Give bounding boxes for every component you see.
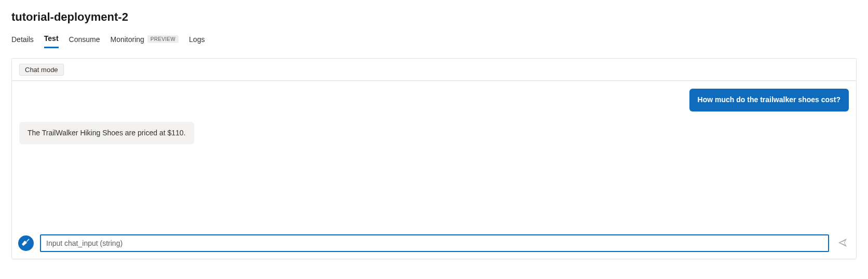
chat-area: How much do the trailwalker shoes cost? … bbox=[12, 80, 856, 228]
chat-message-row: The TrailWalker Hiking Shoes are priced … bbox=[19, 122, 849, 145]
tab-consume[interactable]: Consume bbox=[69, 35, 100, 48]
tab-label: Test bbox=[44, 34, 59, 43]
clear-chat-button[interactable] bbox=[18, 235, 34, 251]
page-title: tutorial-deployment-2 bbox=[11, 10, 857, 24]
preview-badge: PREVIEW bbox=[147, 35, 179, 43]
tab-monitoring[interactable]: Monitoring PREVIEW bbox=[110, 35, 179, 48]
tab-logs[interactable]: Logs bbox=[189, 35, 205, 48]
chat-message-row: How much do the trailwalker shoes cost? bbox=[19, 89, 849, 111]
chat-input-bar bbox=[18, 233, 850, 254]
tabs-bar: Details Test Consume Monitoring PREVIEW … bbox=[11, 34, 857, 49]
tab-label: Details bbox=[11, 35, 34, 44]
chat-message-user: How much do the trailwalker shoes cost? bbox=[689, 89, 849, 111]
test-panel: Chat mode How much do the trailwalker sh… bbox=[11, 58, 857, 259]
chat-input[interactable] bbox=[40, 234, 829, 252]
tab-label: Monitoring bbox=[110, 35, 144, 44]
chat-mode-toggle[interactable]: Chat mode bbox=[19, 64, 64, 76]
send-icon bbox=[838, 238, 847, 249]
send-button[interactable] bbox=[835, 236, 850, 250]
tab-label: Logs bbox=[189, 35, 205, 44]
tab-details[interactable]: Details bbox=[11, 35, 34, 48]
tab-label: Consume bbox=[69, 35, 100, 44]
broom-icon bbox=[22, 239, 30, 248]
chat-message-bot: The TrailWalker Hiking Shoes are priced … bbox=[19, 122, 194, 145]
tab-test[interactable]: Test bbox=[44, 34, 59, 48]
